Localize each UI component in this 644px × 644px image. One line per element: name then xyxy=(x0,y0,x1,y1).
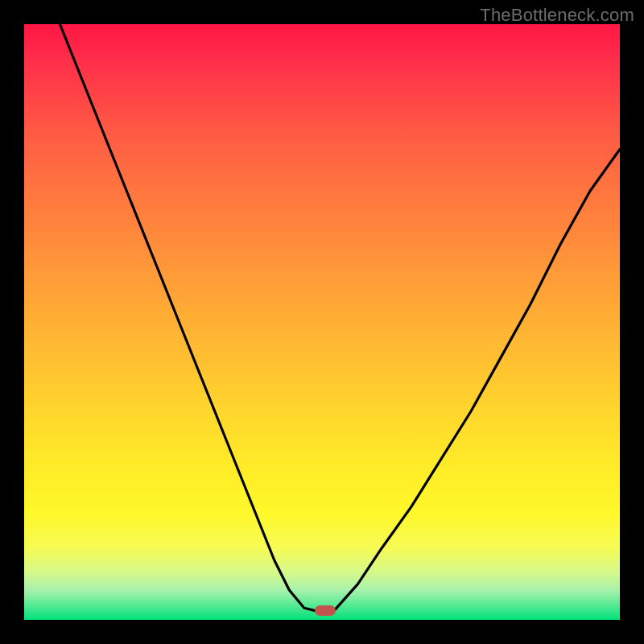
plot-area xyxy=(24,24,620,620)
chart-frame: TheBottleneck.com xyxy=(0,0,644,644)
bottleneck-curve xyxy=(24,24,620,620)
watermark-text: TheBottleneck.com xyxy=(480,5,634,26)
minimum-marker xyxy=(315,605,336,616)
